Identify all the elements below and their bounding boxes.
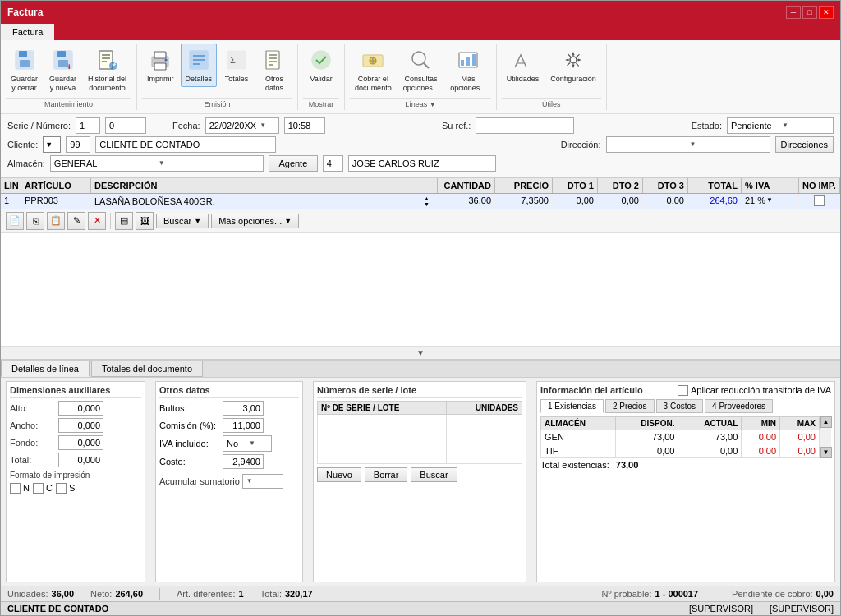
cell-desc: LASAÑA BOLOÑESA 400GR. ▲ ▼	[91, 194, 438, 209]
comision-input[interactable]	[223, 418, 264, 433]
series-borrar-button[interactable]: Borrar	[365, 467, 408, 482]
imprimir-button[interactable]: Imprimir	[142, 44, 179, 87]
direcciones-button[interactable]: Direcciones	[775, 136, 834, 153]
tab-factura[interactable]: Factura	[1, 24, 54, 40]
direccion-dropdown[interactable]: ▼	[606, 136, 770, 153]
historial-button[interactable]: ⟲ Historial deldocumento	[83, 44, 131, 96]
cliente-num-input[interactable]	[66, 136, 90, 153]
detalles-button[interactable]: Detalles	[181, 44, 218, 87]
info-tabs: 1 Existencias 2 Precios 3 Costos 4 Prove…	[540, 399, 831, 413]
copy-row-button[interactable]: ⎘	[26, 212, 44, 230]
totales-button[interactable]: Σ Totales	[218, 44, 255, 87]
table-row: GEN 73,00 73,00 0,00 0,00	[541, 430, 820, 444]
costo-input[interactable]	[223, 454, 264, 469]
otros-datos-button[interactable]: Otrosdatos	[256, 44, 292, 96]
buscar-button[interactable]: Buscar ▼	[156, 214, 209, 228]
costo-label: Costo:	[159, 457, 221, 467]
validar-button[interactable]: Validar	[303, 44, 339, 87]
cliente-dropdown[interactable]: ▼	[43, 136, 61, 153]
ribbon: Guardary cerrar + Guardary nueva ⟲ Histo…	[1, 40, 840, 114]
existencias-table: ALMACÉN DISPON. ACTUAL MIN MAX GEN	[540, 416, 820, 458]
cliente-label: Cliente:	[7, 140, 38, 149]
collapse-indicator[interactable]: ▼	[1, 346, 840, 359]
noimp-checkbox[interactable]	[814, 195, 825, 206]
cobrar-label: Cobrar eldocumento	[355, 75, 392, 93]
col-desc-header: DESCRIPCIÓN	[91, 178, 438, 193]
edit-row-button[interactable]: ✎	[67, 212, 85, 230]
probable-label: Nº probable:	[602, 589, 652, 599]
fondo-input[interactable]	[58, 435, 103, 450]
scroll-up-button[interactable]: ▲	[820, 416, 832, 428]
almacen-dropdown[interactable]: GENERAL ▼	[50, 155, 264, 172]
ancho-input[interactable]	[58, 418, 103, 433]
agente-button[interactable]: Agente	[269, 155, 318, 172]
formato-n-checkbox[interactable]	[10, 483, 21, 494]
iva-incl-label: IVA incluido:	[159, 439, 221, 448]
formato-c-checkbox[interactable]	[33, 483, 44, 494]
almacen-label: Almacén:	[7, 159, 45, 168]
paste-row-button[interactable]: 📋	[47, 212, 65, 230]
agente-num-input[interactable]	[323, 155, 343, 172]
tab-existencias[interactable]: 1 Existencias	[540, 399, 604, 413]
guardar-nueva-label: Guardary nueva	[49, 75, 76, 93]
agente-name-input[interactable]	[348, 155, 496, 172]
utilidades-button[interactable]: Utilidades	[502, 44, 545, 87]
consultas-button[interactable]: Consultasopciones...	[398, 44, 444, 96]
info-scrollbar[interactable]: ▲ ▼	[820, 416, 831, 458]
tab-proveedores[interactable]: 4 Proveedores	[705, 399, 773, 413]
tab-totales-documento[interactable]: Totales del documento	[91, 361, 203, 377]
tab-precios[interactable]: 2 Precios	[605, 399, 655, 413]
guardar-cerrar-button[interactable]: Guardary cerrar	[6, 44, 43, 96]
cobrar-icon	[360, 47, 386, 73]
totales-label: Totales	[225, 75, 249, 84]
print-icon	[147, 47, 173, 73]
svg-point-33	[412, 52, 425, 65]
iva-incl-dropdown[interactable]: No ▼	[223, 435, 272, 452]
series-buttons: Nuevo Borrar Buscar	[317, 467, 522, 482]
formato-s-checkbox[interactable]	[56, 483, 67, 494]
svg-line-34	[424, 63, 429, 68]
guardar-nueva-button[interactable]: + Guardary nueva	[44, 44, 81, 96]
emision-group-label: Emisión	[142, 98, 292, 110]
scroll-down-button[interactable]: ▼	[820, 447, 832, 458]
delete-row-button[interactable]: ✕	[88, 212, 106, 230]
grid-btn-1[interactable]: ▤	[115, 212, 133, 230]
suref-input[interactable]	[476, 117, 574, 134]
configuracion-button[interactable]: Configuración	[545, 44, 601, 87]
table-row[interactable]: 1 PPR003 LASAÑA BOLOÑESA 400GR. ▲ ▼ 36,0…	[1, 194, 840, 209]
reduce-iva-checkbox[interactable]	[678, 385, 688, 396]
acumular-label: Acumular sumatorio	[159, 476, 240, 486]
validar-icon	[308, 47, 334, 73]
mas-opciones-button[interactable]: Másopciones...	[445, 44, 491, 96]
hora-input[interactable]: 10:58	[284, 117, 325, 134]
col-cant-header: CANTIDAD	[438, 178, 495, 193]
col-noimp-header: NO IMP.	[799, 178, 840, 193]
series-nuevo-button[interactable]: Nuevo	[317, 467, 361, 482]
cobrar-button[interactable]: Cobrar eldocumento	[350, 44, 397, 96]
acumular-dropdown[interactable]: ▼	[242, 474, 283, 489]
numero-input[interactable]	[105, 117, 146, 134]
cliente-name-input[interactable]	[95, 136, 276, 153]
new-row-button[interactable]: 📄	[6, 212, 24, 230]
utiles-group-label: Útiles	[502, 98, 601, 110]
maximize-button[interactable]: □	[802, 6, 817, 19]
total-dim-input[interactable]	[58, 453, 103, 467]
mas-opciones-grid-button[interactable]: Más opciones... ▼	[211, 214, 299, 228]
detalles-icon	[186, 47, 212, 73]
imprimir-label: Imprimir	[147, 75, 174, 84]
series-buscar-button[interactable]: Buscar	[411, 467, 457, 482]
tab-detalles-linea[interactable]: Detalles de línea	[1, 361, 90, 377]
formato-s: S	[56, 483, 75, 494]
minimize-button[interactable]: ─	[786, 6, 801, 19]
alto-input[interactable]	[58, 401, 103, 416]
serie-input[interactable]	[76, 117, 100, 134]
estado-dropdown[interactable]: Pendiente ▼	[727, 117, 834, 134]
totales-icon: Σ	[223, 47, 250, 73]
fecha-dropdown[interactable]: 22/02/20XX ▼	[205, 117, 279, 134]
cell-dto1: 0,00	[553, 194, 598, 209]
info-title: Información del artículo	[540, 385, 643, 395]
close-button[interactable]: ✕	[819, 6, 834, 19]
tab-costos[interactable]: 3 Costos	[656, 399, 703, 413]
grid-btn-2[interactable]: 🖼	[136, 212, 154, 230]
bultos-input[interactable]	[223, 401, 264, 416]
